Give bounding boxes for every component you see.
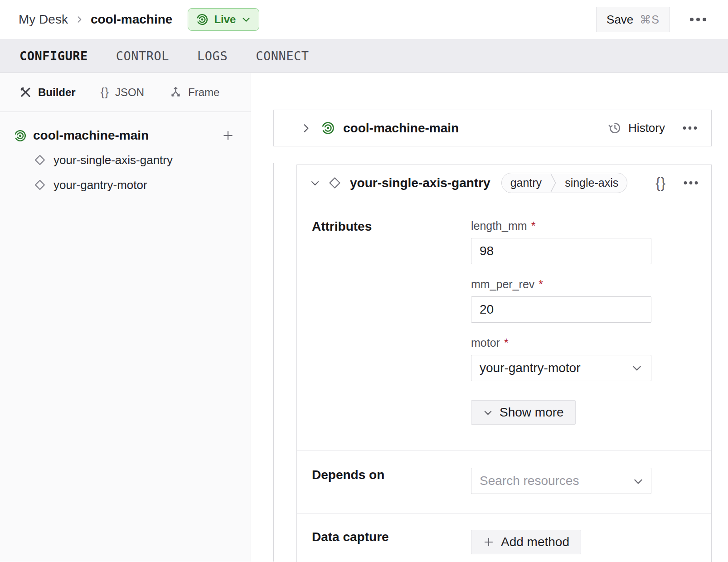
- data-capture-heading: Data capture: [297, 530, 471, 554]
- config-main-panel: cool-machine-main History: [251, 73, 728, 562]
- content-area: Builder {} JSON Frame: [0, 73, 728, 562]
- motor-select[interactable]: your-gantry-motor: [471, 355, 651, 381]
- breadcrumb: My Desk cool-machine: [19, 12, 172, 27]
- depends-on-combobox: [471, 468, 651, 494]
- braces-icon: {}: [655, 175, 666, 191]
- required-marker: *: [539, 278, 543, 291]
- badge-model: single-axis: [556, 173, 627, 193]
- chevron-down-icon: [241, 15, 251, 24]
- frame-axes-icon: [169, 86, 182, 99]
- chevron-right-icon: [75, 15, 84, 24]
- machine-part-title: cool-machine-main: [343, 121, 459, 136]
- collapse-card-button[interactable]: [310, 178, 320, 189]
- badge-type: gantry: [502, 173, 550, 193]
- chevron-down-icon: [631, 362, 643, 374]
- live-broadcast-icon: [14, 129, 27, 142]
- gantry-card-header: your-single-axis-gantry gantry single-ax…: [297, 165, 711, 201]
- attributes-section: Attributes length_mm * mm_per_rev *: [297, 201, 711, 450]
- tree-children: your-single-axis-gantry your-gantry-moto…: [14, 145, 237, 195]
- component-diamond-icon: [328, 176, 342, 190]
- save-button[interactable]: Save ⌘S: [596, 7, 670, 32]
- field-length-mm-label: length_mm: [471, 219, 527, 233]
- save-button-label: Save: [607, 13, 633, 27]
- tree-item-gantry-label: your-single-axis-gantry: [53, 153, 173, 167]
- chevron-down-icon: [483, 407, 493, 418]
- history-button[interactable]: History: [606, 119, 667, 137]
- tab-logs[interactable]: LOGS: [197, 49, 228, 63]
- required-marker: *: [504, 336, 509, 349]
- gantry-card-actions: {}: [653, 172, 701, 194]
- history-clock-icon: [608, 121, 622, 135]
- motor-select-value: your-gantry-motor: [480, 361, 581, 375]
- config-view-switcher: Builder {} JSON Frame: [0, 73, 251, 112]
- plus-icon: [483, 536, 495, 548]
- tree-item-motor-label: your-gantry-motor: [53, 178, 147, 192]
- show-more-button[interactable]: Show more: [471, 400, 576, 425]
- show-more-label: Show more: [500, 405, 564, 420]
- tree-item-gantry[interactable]: your-single-axis-gantry: [34, 150, 237, 170]
- field-mm-per-rev: mm_per_rev *: [471, 278, 651, 323]
- breadcrumb-current: cool-machine: [91, 12, 172, 27]
- badge-divider-chevron: [550, 173, 556, 193]
- view-tab-frame-label: Frame: [188, 86, 219, 99]
- component-diamond-icon: [34, 179, 46, 191]
- view-tab-builder[interactable]: Builder: [19, 86, 76, 99]
- header-overflow-menu-button[interactable]: [686, 15, 710, 24]
- mm-per-rev-input[interactable]: [471, 296, 651, 323]
- tab-configure[interactable]: CONFIGURE: [19, 49, 88, 63]
- history-label: History: [628, 121, 665, 135]
- tree-item-machine-label: cool-machine-main: [33, 128, 149, 143]
- view-tab-json-label: JSON: [115, 86, 144, 99]
- machine-status-label: Live: [214, 13, 236, 26]
- field-length-mm: length_mm *: [471, 219, 651, 264]
- braces-icon: {}: [101, 85, 109, 99]
- view-tab-frame[interactable]: Frame: [169, 86, 219, 99]
- live-broadcast-icon: [321, 121, 335, 135]
- header-actions: Save ⌘S: [596, 7, 710, 32]
- tree-item-motor[interactable]: your-gantry-motor: [34, 175, 237, 195]
- machine-status-dropdown[interactable]: Live: [188, 8, 259, 31]
- tools-icon: [19, 86, 32, 99]
- depends-on-heading: Depends on: [297, 468, 471, 494]
- machine-card-menu-button[interactable]: [679, 123, 700, 133]
- field-motor-label: motor: [471, 336, 500, 349]
- tree-item-machine[interactable]: cool-machine-main: [14, 126, 237, 145]
- gantry-card-menu-button[interactable]: [680, 178, 701, 188]
- view-tab-builder-label: Builder: [38, 86, 76, 99]
- field-mm-per-rev-label: mm_per_rev: [471, 278, 534, 291]
- main-nav-tabs: CONFIGURE CONTROL LOGS CONNECT: [0, 39, 728, 73]
- resource-type-badge: gantry single-axis: [501, 173, 628, 193]
- app-header: My Desk cool-machine Live Save ⌘S: [0, 0, 728, 39]
- field-motor: motor * your-gantry-motor: [471, 336, 651, 381]
- breadcrumb-parent-link[interactable]: My Desk: [19, 12, 68, 27]
- component-diamond-icon: [34, 154, 46, 166]
- depends-on-section: Depends on: [297, 450, 711, 513]
- live-broadcast-icon: [196, 13, 209, 26]
- add-method-label: Add method: [501, 535, 569, 549]
- data-capture-section: Data capture Add method: [297, 513, 711, 562]
- attributes-heading: Attributes: [297, 219, 471, 425]
- view-tab-json[interactable]: {} JSON: [101, 85, 144, 99]
- add-resource-button[interactable]: [219, 126, 237, 145]
- search-resources-input[interactable]: [471, 468, 651, 494]
- add-method-button[interactable]: Add method: [471, 530, 581, 554]
- resource-tree: cool-machine-main your-single-axis-gantr…: [0, 112, 251, 195]
- save-shortcut-hint: ⌘S: [640, 13, 660, 26]
- gantry-card-title: your-single-axis-gantry: [350, 176, 490, 190]
- nesting-connector-line: [273, 163, 274, 562]
- tab-control[interactable]: CONTROL: [116, 49, 169, 63]
- config-sidebar: Builder {} JSON Frame: [0, 73, 251, 562]
- edit-json-button[interactable]: {}: [653, 172, 669, 194]
- expand-card-button[interactable]: [300, 122, 312, 134]
- tab-connect[interactable]: CONNECT: [256, 49, 309, 63]
- length-mm-input[interactable]: [471, 238, 651, 264]
- gantry-resource-card: your-single-axis-gantry gantry single-ax…: [296, 165, 712, 562]
- required-marker: *: [531, 219, 536, 233]
- machine-part-card: cool-machine-main History: [273, 110, 712, 146]
